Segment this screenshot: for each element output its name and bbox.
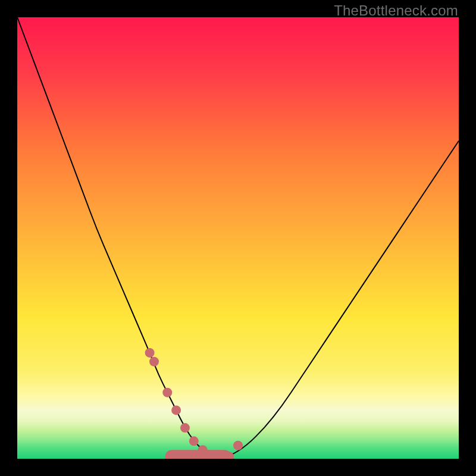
gradient-background — [17, 17, 459, 459]
curve-marker-dot — [233, 441, 243, 450]
chart-svg — [17, 17, 459, 459]
curve-marker-dot — [189, 436, 199, 446]
plot-area — [17, 17, 459, 459]
curve-marker-dot — [149, 357, 159, 367]
curve-marker-dot — [180, 423, 190, 433]
watermark-text: TheBottleneck.com — [334, 2, 458, 19]
curve-marker-dot — [162, 388, 172, 397]
curve-marker-dot — [145, 348, 155, 358]
curve-marker-dot — [198, 445, 208, 455]
curve-marker-dot — [171, 405, 181, 415]
outer-frame: TheBottleneck.com — [0, 0, 476, 476]
